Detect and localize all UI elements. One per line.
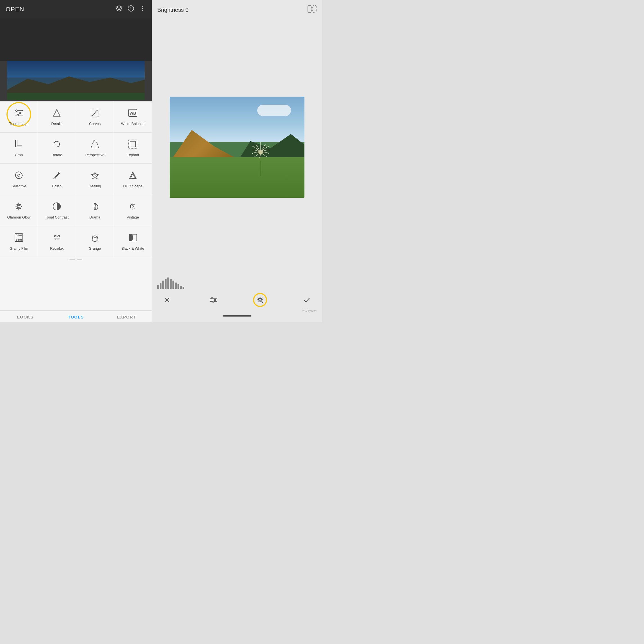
tool-rotate[interactable]: Rotate [38, 133, 76, 163]
tool-row-5: Grainy Film Retrolux [0, 226, 152, 257]
tool-tune-image[interactable]: Tune Image [0, 101, 38, 132]
compare-icon[interactable] [308, 5, 317, 15]
svg-marker-16 [91, 141, 99, 148]
tool-row-2: Crop Rotate Perspective [0, 133, 152, 164]
svg-point-9 [16, 110, 17, 111]
curves-label: Curves [89, 122, 101, 126]
tool-white-balance[interactable]: WB White Balance [114, 101, 152, 132]
tonal-contrast-icon [52, 201, 62, 213]
healing-icon [90, 170, 100, 182]
glamour-glow-icon [14, 201, 24, 213]
details-icon [52, 108, 62, 119]
watermark-text: PS Express [302, 310, 317, 313]
tool-row-3: Selective Brush Healing [0, 164, 152, 195]
svg-rect-34 [131, 205, 135, 208]
tool-grainy-film[interactable]: Grainy Film [0, 226, 38, 257]
expand-icon [128, 139, 138, 151]
svg-point-19 [15, 172, 22, 179]
tool-brush[interactable]: Brush [38, 164, 76, 195]
tool-vintage[interactable]: Vintage [114, 195, 152, 226]
photo-grass [170, 157, 304, 198]
drama-label: Drama [89, 215, 100, 220]
svg-rect-37 [16, 235, 17, 236]
hist-bar-7 [172, 281, 174, 289]
svg-point-20 [18, 174, 20, 176]
white-balance-label: White Balance [121, 122, 145, 126]
expand-label: Expand [127, 153, 139, 157]
tool-hdr-scape[interactable]: HDR Scape [114, 164, 152, 195]
hdr-scape-label: HDR Scape [123, 184, 143, 188]
bottom-nav: LOOKS TOOLS EXPORT [0, 310, 152, 322]
svg-rect-17 [130, 141, 136, 147]
hist-bar-11 [183, 287, 184, 289]
grainy-film-label: Grainy Film [10, 246, 28, 251]
tool-grunge[interactable]: Grunge [76, 226, 114, 257]
grunge-icon [90, 233, 100, 244]
confirm-button[interactable] [300, 293, 314, 307]
black-white-label: Black & White [121, 246, 144, 251]
nav-tools[interactable]: TOOLS [51, 315, 101, 319]
svg-point-4 [142, 8, 143, 9]
svg-point-52 [258, 150, 263, 154]
tool-healing[interactable]: Healing [76, 164, 114, 195]
image-preview-dark [0, 19, 152, 61]
right-header: Brightness 0 [152, 0, 322, 20]
selective-label: Selective [12, 184, 26, 188]
tool-details[interactable]: Details [38, 101, 76, 132]
hist-bar-10 [180, 286, 182, 289]
hist-bar-4 [165, 279, 167, 289]
brush-label: Brush [52, 184, 62, 188]
svg-point-5 [142, 10, 143, 11]
main-photo [170, 97, 304, 198]
svg-point-29 [18, 205, 20, 208]
svg-point-58 [211, 298, 213, 299]
svg-rect-38 [18, 235, 19, 236]
hist-bar-1 [157, 285, 159, 289]
svg-rect-41 [18, 239, 19, 240]
brush-icon [52, 170, 62, 182]
crop-label: Crop [15, 153, 23, 157]
hist-bar-8 [175, 283, 177, 289]
home-bar [223, 315, 251, 317]
vintage-label: Vintage [127, 215, 139, 220]
info-icon[interactable] [128, 5, 134, 13]
svg-rect-40 [16, 239, 17, 240]
cancel-button[interactable] [160, 293, 174, 307]
svg-marker-28 [131, 174, 135, 178]
tool-black-white[interactable]: Black & White [114, 226, 152, 257]
hist-bar-5 [167, 277, 169, 289]
adjust-button[interactable] [207, 293, 221, 307]
perspective-label: Perspective [85, 153, 104, 157]
hist-bar-3 [162, 281, 164, 289]
header-icons [116, 5, 146, 13]
left-header: OPEN [0, 0, 152, 19]
tool-glamour-glow[interactable]: Glamour Glow [0, 195, 38, 226]
more-icon[interactable] [139, 5, 146, 13]
image-preview-area [0, 19, 152, 101]
tool-selective[interactable]: Selective [0, 164, 38, 195]
svg-point-3 [142, 6, 143, 7]
tool-expand[interactable]: Expand [114, 133, 152, 163]
watermark: PS Express [157, 308, 317, 313]
svg-line-61 [262, 302, 263, 303]
tool-perspective[interactable]: Perspective [76, 133, 114, 163]
tool-tonal-contrast[interactable]: Tonal Contrast [38, 195, 76, 226]
nav-looks[interactable]: LOOKS [0, 315, 51, 319]
auto-fix-button[interactable] [253, 293, 267, 307]
svg-marker-27 [129, 172, 136, 179]
drama-icon [90, 201, 100, 213]
svg-text:WB: WB [129, 111, 136, 115]
layers-icon[interactable] [116, 5, 122, 13]
tool-crop[interactable]: Crop [0, 133, 38, 163]
nav-export[interactable]: EXPORT [101, 315, 152, 319]
white-balance-icon: WB [128, 108, 138, 119]
svg-point-10 [19, 112, 21, 114]
open-title: OPEN [6, 6, 24, 13]
tool-drama[interactable]: Drama [76, 195, 114, 226]
retrolux-label: Retrolux [50, 246, 63, 251]
tool-curves[interactable]: Curves [76, 101, 114, 132]
svg-rect-39 [21, 235, 22, 236]
histogram [157, 277, 317, 289]
tool-retrolux[interactable]: Retrolux [38, 226, 76, 257]
svg-point-31 [94, 203, 96, 210]
